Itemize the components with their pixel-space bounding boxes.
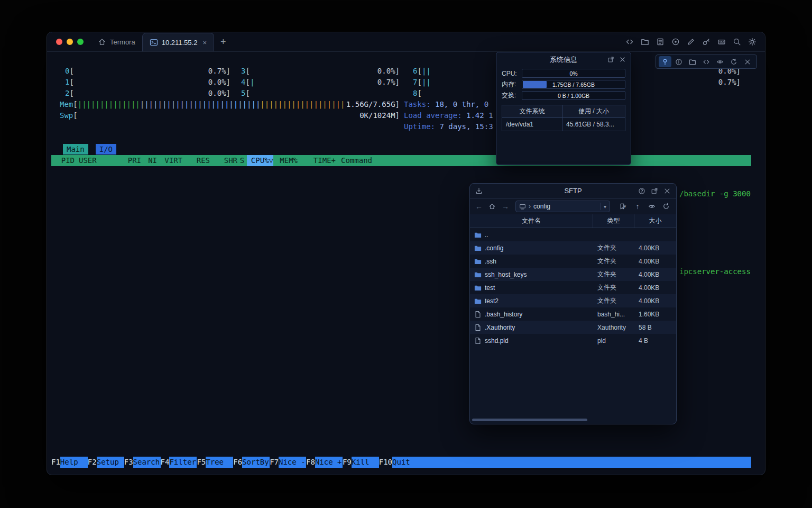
sftp-file-row[interactable]: .. bbox=[470, 228, 676, 241]
cpu-meter: 5[] bbox=[241, 88, 400, 99]
info-icon[interactable] bbox=[672, 56, 685, 67]
path-breadcrumb[interactable]: › config ▾ bbox=[515, 201, 610, 212]
file-size: 4.00KB bbox=[634, 297, 676, 305]
close-window-button[interactable] bbox=[56, 39, 62, 45]
col-filename[interactable]: 文件名 bbox=[470, 214, 593, 228]
col-user[interactable]: USER bbox=[79, 155, 127, 166]
search-icon[interactable] bbox=[733, 38, 741, 46]
keyboard-icon[interactable] bbox=[717, 38, 726, 46]
sftp-file-row[interactable]: test 文件夹 4.00KB bbox=[470, 281, 676, 294]
cpu-meter-label: 8 bbox=[413, 88, 417, 99]
col-res[interactable]: RES bbox=[182, 155, 210, 166]
folder-icon[interactable] bbox=[686, 56, 699, 67]
zoom-window-button[interactable] bbox=[77, 39, 84, 45]
record-icon[interactable] bbox=[671, 38, 680, 46]
sftp-file-list: .. .config 文件夹 4.00KB .ssh 文件夹 bbox=[470, 228, 676, 347]
new-tab-button[interactable]: + bbox=[214, 32, 233, 51]
function-key-number: F5 bbox=[197, 457, 206, 468]
function-key[interactable]: F9Kill bbox=[343, 457, 379, 468]
detach-icon[interactable] bbox=[651, 187, 658, 195]
htop-screen-tab[interactable]: Main bbox=[63, 144, 88, 155]
col-ni[interactable]: NI bbox=[141, 155, 157, 166]
close-icon[interactable] bbox=[619, 56, 626, 63]
code-icon[interactable] bbox=[625, 38, 634, 46]
key-icon[interactable] bbox=[702, 38, 710, 46]
col-mem[interactable]: MEM% bbox=[273, 155, 298, 166]
folder-icon bbox=[474, 258, 482, 265]
tab-ssh-session[interactable]: 10.211.55.2 × bbox=[142, 33, 214, 51]
function-key[interactable]: F1Help bbox=[51, 457, 88, 468]
folder-icon bbox=[474, 231, 482, 239]
function-key[interactable]: F3Search bbox=[124, 457, 161, 468]
function-key[interactable]: F7Nice - bbox=[270, 457, 306, 468]
system-info-title-bar: 系统信息 bbox=[496, 52, 631, 67]
chevron-icon: › bbox=[529, 203, 531, 210]
sftp-file-row[interactable]: ssh_host_keys 文件夹 4.00KB bbox=[470, 268, 676, 281]
function-key-number: F6 bbox=[233, 457, 242, 468]
function-key[interactable]: F10Quit bbox=[379, 457, 420, 468]
function-key[interactable]: F2Setup bbox=[88, 457, 124, 468]
show-hidden-icon[interactable] bbox=[646, 201, 658, 212]
sftp-file-row[interactable]: .bash_history bash_hi... 1.60KB bbox=[470, 307, 676, 321]
refresh-icon[interactable] bbox=[727, 56, 740, 67]
back-button[interactable]: ← bbox=[474, 202, 484, 211]
upload-button[interactable]: ↑ bbox=[632, 201, 643, 212]
col-size[interactable]: 大小 bbox=[634, 214, 676, 228]
cpu-meter-percent: 0.7% bbox=[377, 77, 395, 88]
help-icon[interactable] bbox=[638, 187, 645, 195]
cpu-meter-label: 5 bbox=[241, 88, 245, 99]
col-state[interactable]: S bbox=[237, 155, 247, 166]
bookmark-button[interactable]: ▾ bbox=[615, 201, 629, 212]
pin-icon[interactable] bbox=[659, 56, 671, 67]
path-dropdown-icon[interactable]: ▾ bbox=[604, 204, 606, 210]
sftp-file-row[interactable]: test2 文件夹 4.00KB bbox=[470, 294, 676, 307]
col-type[interactable]: 类型 bbox=[593, 214, 634, 228]
sftp-file-row[interactable]: sshd.pid pid 4 B bbox=[470, 334, 676, 347]
refresh-button[interactable] bbox=[660, 201, 672, 212]
sftp-file-row[interactable]: .config 文件夹 4.00KB bbox=[470, 241, 676, 255]
function-key[interactable]: F6SortBy bbox=[233, 457, 270, 468]
cpu-meter-percent: 0.7% bbox=[208, 66, 226, 77]
col-pri[interactable]: PRI bbox=[127, 155, 141, 166]
desktop: Termora 10.211.55.2 × + bbox=[0, 0, 812, 508]
log-icon[interactable] bbox=[656, 38, 665, 46]
col-shr[interactable]: SHR bbox=[210, 155, 237, 166]
popout-icon[interactable] bbox=[607, 56, 614, 63]
close-icon[interactable] bbox=[741, 56, 754, 67]
swap-meter: Swp[0K/1024M] bbox=[60, 110, 400, 121]
folder-icon[interactable] bbox=[641, 38, 649, 46]
cpu-label: CPU: bbox=[502, 70, 522, 77]
file-name: test2 bbox=[485, 297, 499, 305]
minimize-window-button[interactable] bbox=[67, 39, 73, 45]
sftp-file-row[interactable]: .ssh 文件夹 4.00KB bbox=[470, 255, 676, 268]
forward-button[interactable]: → bbox=[501, 202, 510, 211]
file-type: 文件夹 bbox=[593, 283, 634, 292]
function-key-number: F3 bbox=[124, 457, 133, 468]
sftp-file-row[interactable]: .Xauthority Xauthority 58 B bbox=[470, 321, 676, 334]
home-button[interactable] bbox=[486, 201, 498, 212]
function-key[interactable]: F8Nice + bbox=[306, 457, 343, 468]
code-icon[interactable] bbox=[700, 56, 713, 67]
horizontal-scrollbar[interactable] bbox=[472, 419, 587, 421]
close-icon[interactable] bbox=[663, 187, 671, 195]
col-virt[interactable]: VIRT bbox=[157, 155, 182, 166]
cpu-meter: 4[|0.7%] bbox=[241, 77, 400, 88]
col-time[interactable]: TIME+ bbox=[298, 155, 336, 166]
col-pid[interactable]: PID bbox=[51, 155, 75, 166]
settings-icon[interactable] bbox=[748, 38, 756, 46]
function-key[interactable]: F5Tree bbox=[197, 457, 233, 468]
cpu-meter-percent: 0.0% bbox=[208, 88, 226, 99]
tab-termora-home[interactable]: Termora bbox=[91, 32, 142, 51]
transfers-icon[interactable] bbox=[475, 187, 483, 195]
edit-icon[interactable] bbox=[687, 38, 695, 46]
htop-screen-tab[interactable]: I/O bbox=[96, 144, 116, 155]
file-type: pid bbox=[593, 337, 634, 344]
eye-icon[interactable] bbox=[714, 56, 726, 67]
close-tab-icon[interactable]: × bbox=[202, 39, 207, 47]
function-key[interactable]: F4Filter bbox=[161, 457, 197, 468]
col-filesystem: 文件系统 bbox=[502, 105, 562, 117]
col-cpu-sorted[interactable]: CPU%▽ bbox=[247, 155, 273, 166]
cpu-meter-bar: | bbox=[250, 77, 254, 88]
swap-label: 交换: bbox=[502, 91, 522, 100]
file-name: .. bbox=[485, 231, 488, 239]
